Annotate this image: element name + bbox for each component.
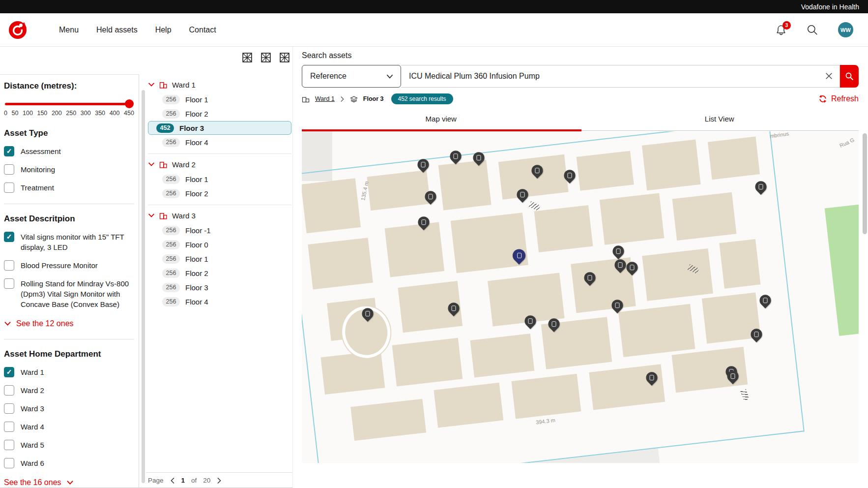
distance-label: Distance (metres): [4, 81, 134, 91]
tree-floor-ward-3-floor-4[interactable]: 256Floor 4 [148, 295, 291, 308]
distance-slider[interactable] [5, 99, 132, 108]
checkbox-unchecked[interactable] [4, 164, 14, 175]
checkbox-checked[interactable]: ✓ [4, 146, 14, 156]
nav-item-menu[interactable]: Menu [59, 26, 79, 34]
tab-map-view[interactable]: Map view [302, 115, 580, 123]
see-more-wards-link[interactable]: See the 16 ones [4, 478, 134, 487]
asset-pin[interactable] [612, 257, 629, 274]
floor-plan-icon[interactable] [261, 53, 271, 64]
checkbox-ward-1[interactable]: ✓Ward 1 [4, 367, 134, 377]
floor-plan-icon[interactable] [242, 53, 252, 64]
checkbox-unchecked[interactable] [4, 278, 14, 289]
distance-filter: Distance (metres): 050100150200250300350… [4, 81, 134, 117]
next-page-button[interactable] [217, 477, 222, 484]
checkbox-unchecked[interactable] [4, 183, 14, 193]
location-tree-panel: Ward 1256Floor 1256Floor 2452Floor 3256F… [139, 47, 292, 488]
breadcrumb: Ward 1 Floor 3 452 search results Refres… [302, 93, 859, 104]
checkbox-unchecked[interactable] [4, 458, 14, 468]
breadcrumb-ward-link[interactable]: Ward 1 [315, 95, 335, 102]
tree-floor-ward-3-floor-3[interactable]: 256Floor 3 [148, 280, 291, 294]
search-icon[interactable] [807, 24, 818, 36]
checkbox-assessment[interactable]: ✓Assessment [4, 146, 134, 156]
checkbox-ward-2[interactable]: Ward 2 [4, 385, 134, 396]
checkbox-unchecked[interactable] [4, 403, 14, 414]
asset-pin[interactable] [643, 370, 660, 386]
checkbox-ward-5[interactable]: Ward 5 [4, 440, 134, 450]
asset-pin[interactable] [757, 292, 773, 308]
tree-floor-ward-3-floor-2[interactable]: 256Floor 2 [148, 266, 291, 280]
device-icon [587, 275, 592, 280]
asset-pin[interactable] [422, 188, 438, 205]
asset-pin[interactable] [447, 148, 463, 164]
asset-pin[interactable] [359, 305, 376, 322]
selected-asset-pin[interactable] [510, 246, 528, 265]
asset-pin[interactable] [624, 259, 640, 275]
tree-floor-ward-3-floor-1[interactable]: 256Floor -1 [148, 223, 291, 237]
tree-floor-ward-3-floor-0[interactable]: 256Floor 0 [148, 238, 291, 251]
checkbox-ward-4[interactable]: Ward 4 [4, 422, 134, 432]
checkbox-blood-pressure-monitor[interactable]: Blood Pressure Monitor [4, 260, 134, 271]
tab-list-view[interactable]: List View [580, 115, 859, 123]
avatar[interactable]: WW [838, 22, 853, 37]
asset-pin[interactable] [446, 300, 462, 316]
checkbox-treatment[interactable]: Treatment [4, 183, 134, 193]
search-input[interactable] [401, 65, 840, 88]
asset-pin[interactable] [514, 186, 530, 203]
tree-ward-ward-3[interactable]: Ward 3 [148, 208, 291, 223]
asset-pin[interactable] [752, 179, 769, 195]
asset-pin[interactable] [581, 270, 598, 286]
device-icon [528, 318, 532, 324]
tree-ward-ward-1[interactable]: Ward 1 [148, 77, 291, 92]
floor-plan-icon[interactable] [280, 53, 289, 64]
checkbox-vital-signs-monitor-with-15-tft-display-3-led[interactable]: ✓Vital signs monitor with 15" TFT displa… [4, 232, 134, 252]
building-icon [302, 95, 310, 103]
asset-pin[interactable] [529, 162, 546, 179]
see-more-descriptions-link[interactable]: See the 12 ones [4, 319, 134, 328]
clear-icon[interactable] [825, 72, 833, 80]
tree-floor-ward-1-floor-3[interactable]: 452Floor 3 [148, 121, 291, 135]
nav-item-held-assets[interactable]: Held assets [96, 26, 138, 34]
tree-floor-ward-2-floor-1[interactable]: 256Floor 1 [148, 172, 291, 186]
tree-ward-ward-2[interactable]: Ward 2 [148, 157, 291, 172]
slider-handle[interactable] [125, 99, 134, 108]
checkbox-unchecked[interactable] [4, 260, 14, 271]
checkbox-rolling-stand-for-mindray-vs-800-dpm3-vital-sign-monitor-with-concave-base-convex-base[interactable]: Rolling Stand for Mindray Vs-800 (Dpm3) … [4, 278, 134, 309]
checkbox-unchecked[interactable] [4, 422, 14, 432]
tree-floor-ward-2-floor-2[interactable]: 256Floor 2 [148, 186, 291, 200]
asset-pin[interactable] [610, 243, 626, 259]
tree-floor-ward-1-floor-1[interactable]: 256Floor 1 [148, 92, 291, 106]
tree-floor-ward-3-floor-1[interactable]: 256Floor 1 [148, 252, 291, 266]
breadcrumb-floor[interactable]: Floor 3 [363, 95, 384, 102]
tree-floor-ward-1-floor-4[interactable]: 256Floor 4 [148, 135, 291, 149]
nav-item-contact[interactable]: Contact [189, 26, 216, 34]
asset-pin[interactable] [609, 297, 626, 313]
chevron-down-icon [148, 162, 155, 167]
checkbox-ward-6[interactable]: Ward 6 [4, 458, 134, 468]
asset-pin[interactable] [748, 327, 764, 343]
search-category-dropdown[interactable]: Reference [302, 65, 401, 88]
asset-pin[interactable] [471, 150, 487, 166]
asset-pin[interactable] [416, 214, 432, 231]
tree-toolbar [242, 53, 289, 64]
tree-scrollbar[interactable] [142, 90, 145, 483]
slider-track[interactable] [5, 103, 132, 105]
asset-pin[interactable] [562, 167, 578, 183]
asset-pin[interactable] [522, 313, 538, 330]
checkbox-monitoring[interactable]: Monitoring [4, 164, 134, 175]
checkbox-ward-3[interactable]: Ward 3 [4, 403, 134, 414]
nav-item-help[interactable]: Help [155, 26, 172, 34]
vodafone-logo-icon[interactable] [9, 21, 27, 39]
asset-pin[interactable] [415, 157, 432, 173]
refresh-button[interactable]: Refresh [818, 94, 859, 103]
tree-floor-ward-1-floor-2[interactable]: 256Floor 2 [148, 107, 291, 121]
prev-page-button[interactable] [170, 477, 175, 484]
checkbox-unchecked[interactable] [4, 385, 14, 396]
page-scrollbar[interactable] [863, 133, 867, 234]
asset-pin[interactable] [546, 316, 562, 332]
checkbox-unchecked[interactable] [4, 440, 14, 450]
checkbox-checked[interactable]: ✓ [4, 367, 14, 377]
checkbox-checked[interactable]: ✓ [4, 232, 14, 242]
map-view[interactable]: 135.4 m394.3 mmbrinusRua G [302, 131, 859, 463]
search-button[interactable] [840, 65, 859, 88]
notifications-button[interactable]: 3 [775, 24, 787, 36]
